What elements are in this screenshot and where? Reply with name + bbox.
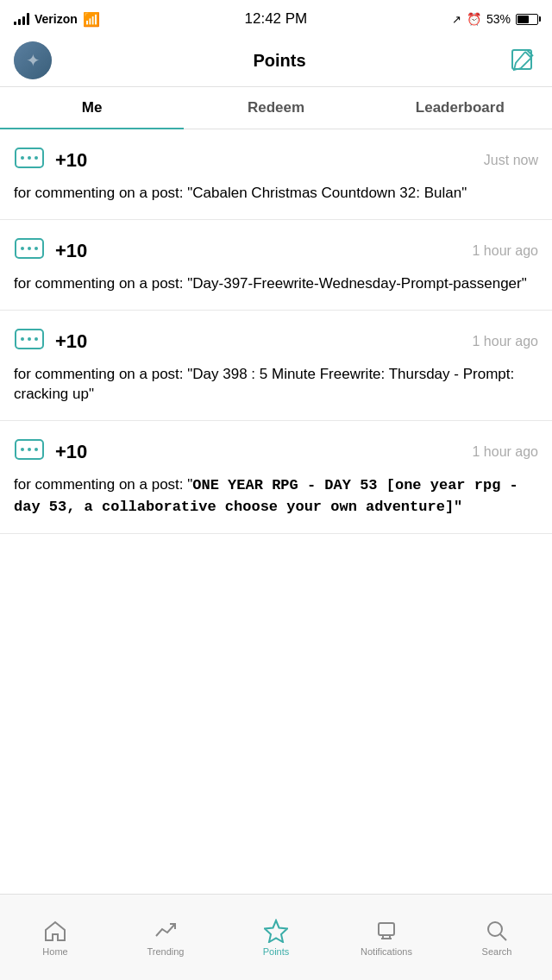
nav-points[interactable]: Points bbox=[221, 919, 331, 957]
trending-icon bbox=[154, 919, 178, 943]
points-description: for commenting on a post: "Day-397-Freew… bbox=[14, 273, 538, 294]
nav-home[interactable]: Home bbox=[0, 919, 110, 957]
tab-redeem[interactable]: Redeem bbox=[184, 87, 367, 129]
svg-point-7 bbox=[21, 247, 24, 250]
compose-button[interactable] bbox=[507, 45, 538, 76]
comment-icon bbox=[14, 437, 45, 468]
nav-home-label: Home bbox=[42, 946, 67, 957]
clock: 12:42 PM bbox=[245, 10, 308, 28]
nav-trending[interactable]: Trending bbox=[110, 919, 221, 957]
points-time: Just now bbox=[484, 153, 538, 168]
signal-bars-icon bbox=[14, 13, 29, 25]
svg-point-16 bbox=[28, 448, 31, 451]
list-item: +10 1 hour ago for commenting on a post:… bbox=[0, 311, 552, 422]
svg-point-5 bbox=[34, 156, 38, 160]
points-time: 1 hour ago bbox=[472, 444, 538, 460]
avatar[interactable] bbox=[14, 41, 52, 79]
points-time: 1 hour ago bbox=[472, 243, 538, 259]
points-left: +10 bbox=[14, 145, 87, 176]
svg-marker-18 bbox=[265, 920, 287, 942]
status-right: ↗ ⏰ 53% bbox=[452, 12, 538, 26]
svg-point-8 bbox=[28, 247, 31, 250]
points-left: +10 bbox=[14, 326, 87, 357]
tabs-container: Me Redeem Leaderboard bbox=[0, 87, 552, 129]
nav-notifications-label: Notifications bbox=[361, 946, 412, 957]
status-left: Verizon 📶 bbox=[14, 11, 100, 28]
svg-line-24 bbox=[500, 934, 506, 940]
bottom-nav: Home Trending Points Notificatio bbox=[0, 894, 552, 980]
svg-rect-19 bbox=[379, 923, 394, 935]
points-list: +10 Just now for commenting on a post: "… bbox=[0, 129, 552, 534]
svg-point-17 bbox=[34, 448, 38, 451]
notifications-icon bbox=[374, 919, 398, 943]
points-description: for commenting on a post: "Day 398 : 5 M… bbox=[14, 364, 538, 405]
svg-point-3 bbox=[21, 156, 24, 160]
svg-point-12 bbox=[28, 337, 31, 341]
list-item: +10 Just now for commenting on a post: "… bbox=[0, 129, 552, 220]
nav-trending-label: Trending bbox=[147, 946, 184, 957]
nav-search-label: Search bbox=[482, 946, 512, 957]
home-icon bbox=[43, 919, 67, 943]
svg-point-13 bbox=[34, 337, 38, 341]
points-icon bbox=[264, 919, 288, 943]
page-title: Points bbox=[253, 51, 305, 71]
svg-point-23 bbox=[488, 922, 502, 936]
nav-points-label: Points bbox=[263, 946, 290, 957]
battery-label: 53% bbox=[486, 12, 511, 26]
points-value: +10 bbox=[55, 240, 87, 262]
tab-leaderboard[interactable]: Leaderboard bbox=[368, 87, 552, 129]
points-time: 1 hour ago bbox=[472, 334, 538, 349]
wifi-icon: 📶 bbox=[83, 11, 100, 28]
carrier-label: Verizon bbox=[34, 12, 78, 26]
points-value: +10 bbox=[55, 330, 87, 353]
search-icon bbox=[485, 919, 509, 943]
points-value: +10 bbox=[55, 149, 87, 172]
comment-icon bbox=[14, 145, 45, 176]
list-item: +10 1 hour ago for commenting on a post:… bbox=[0, 220, 552, 311]
comment-icon bbox=[14, 236, 45, 267]
svg-point-4 bbox=[28, 156, 31, 160]
header: Points bbox=[0, 35, 552, 87]
points-left: +10 bbox=[14, 437, 87, 468]
monospace-text: ONE YEAR RPG - DAY 53 [one year rpg - da… bbox=[14, 477, 518, 515]
status-bar: Verizon 📶 12:42 PM ↗ ⏰ 53% bbox=[0, 0, 552, 35]
nav-notifications[interactable]: Notifications bbox=[331, 919, 442, 957]
svg-point-15 bbox=[21, 448, 24, 451]
list-item: +10 1 hour ago for commenting on a post:… bbox=[0, 421, 552, 534]
alarm-icon: ⏰ bbox=[467, 12, 481, 26]
svg-point-9 bbox=[34, 247, 38, 250]
battery-icon bbox=[516, 14, 538, 25]
location-icon: ↗ bbox=[452, 13, 461, 26]
points-description: for commenting on a post: "Cabalen Chris… bbox=[14, 183, 538, 204]
points-left: +10 bbox=[14, 236, 87, 267]
points-description: for commenting on a post: "ONE YEAR RPG … bbox=[14, 474, 538, 518]
comment-icon bbox=[14, 326, 45, 357]
svg-point-11 bbox=[21, 337, 24, 341]
nav-search[interactable]: Search bbox=[442, 919, 552, 957]
tab-me[interactable]: Me bbox=[0, 87, 184, 129]
points-value: +10 bbox=[55, 441, 87, 463]
